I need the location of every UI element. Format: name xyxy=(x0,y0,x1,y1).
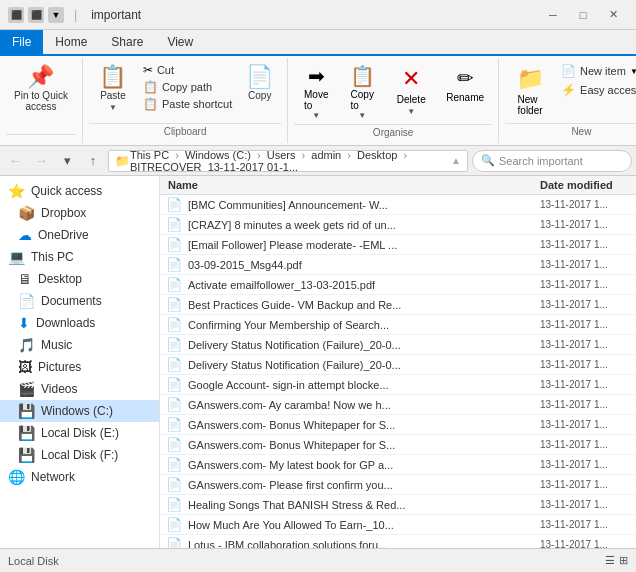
table-row[interactable]: 📄 Healing Songs That BANISH Stress & Red… xyxy=(160,495,636,515)
sidebar-item-this-pc[interactable]: 💻 This PC xyxy=(0,246,159,268)
table-row[interactable]: 📄 Google Account- sign-in attempt blocke… xyxy=(160,375,636,395)
paste-shortcut-icon: 📋 xyxy=(143,98,158,110)
quick-access-icon-3[interactable]: ▼ xyxy=(48,7,64,23)
quick-access-toolbar[interactable]: ⬛ ⬛ ▼ | xyxy=(8,7,83,23)
table-row[interactable]: 📄 [Email Follower] Please moderate- -EML… xyxy=(160,235,636,255)
search-icon: 🔍 xyxy=(481,154,495,167)
table-row[interactable]: 📄 Activate emailfollower_13-03-2015.pdf … xyxy=(160,275,636,295)
table-row[interactable]: 📄 Delivery Status Notification (Failure)… xyxy=(160,355,636,375)
table-row[interactable]: 📄 Best Practices Guide- VM Backup and Re… xyxy=(160,295,636,315)
tab-share[interactable]: Share xyxy=(99,30,155,54)
file-date: 13-11-2017 1... xyxy=(536,399,636,410)
pdf-icon: 📄 xyxy=(166,197,182,212)
column-name[interactable]: Name xyxy=(160,179,536,191)
new-folder-button[interactable]: 📁 Newfolder xyxy=(505,62,555,120)
sidebar-item-videos[interactable]: 🎬 Videos xyxy=(0,378,159,400)
table-row[interactable]: 📄 [CRAZY] 8 minutes a week gets rid of u… xyxy=(160,215,636,235)
table-row[interactable]: 📄 GAnswers.com- My latest book for GP a.… xyxy=(160,455,636,475)
up-button[interactable]: ↑ xyxy=(82,150,104,172)
file-date: 13-11-2017 1... xyxy=(536,259,636,270)
rename-button[interactable]: ✏ Rename xyxy=(438,62,492,107)
file-date: 13-11-2017 1... xyxy=(536,439,636,450)
sidebar-item-desktop[interactable]: 🖥 Desktop xyxy=(0,268,159,290)
copy-path-button[interactable]: 📋 Copy path xyxy=(139,79,236,95)
table-row[interactable]: 📄 Lotus - IBM collaboration solutions fo… xyxy=(160,535,636,548)
sidebar-item-onedrive[interactable]: ☁ OneDrive xyxy=(0,224,159,246)
close-button[interactable]: ✕ xyxy=(598,5,628,25)
sidebar-item-windows-c[interactable]: 💾 Windows (C:) xyxy=(0,400,159,422)
onedrive-icon: ☁ xyxy=(18,227,32,243)
cut-button[interactable]: ✂ Cut xyxy=(139,62,236,78)
ribbon-group-clipboard: 📋 Paste ▼ ✂ Cut 📋 Copy path 📋 Paste shor… xyxy=(83,58,288,143)
forward-button[interactable]: → xyxy=(30,150,52,172)
pin-icon: 📌 xyxy=(27,66,54,88)
view-controls[interactable]: ☰ ⊞ xyxy=(605,554,628,567)
sidebar-item-documents[interactable]: 📄 Documents xyxy=(0,290,159,312)
sidebar-item-dropbox[interactable]: 📦 Dropbox xyxy=(0,202,159,224)
sidebar-item-local-disk-f[interactable]: 💾 Local Disk (F:) xyxy=(0,444,159,466)
copy-button[interactable]: 📄 Copy xyxy=(238,62,281,105)
table-row[interactable]: 📄 [BMC Communities] Announcement- W... 1… xyxy=(160,195,636,215)
window-controls[interactable]: ─ □ ✕ xyxy=(538,5,628,25)
file-date: 13-11-2017 1... xyxy=(536,299,636,310)
address-bar[interactable]: 📁 This PC › Windows (C:) › Users › admin… xyxy=(108,150,468,172)
quick-access-icon: ⭐ xyxy=(8,183,25,199)
file-list-header: Name Date modified xyxy=(160,176,636,195)
table-row[interactable]: 📄 GAnswers.com- Bonus Whitepaper for S..… xyxy=(160,435,636,455)
sidebar-item-quick-access[interactable]: ⭐ Quick access xyxy=(0,180,159,202)
sidebar-item-local-disk-e[interactable]: 💾 Local Disk (E:) xyxy=(0,422,159,444)
pdf-icon: 📄 xyxy=(166,317,182,332)
pin-to-quick-access-button[interactable]: 📌 Pin to Quickaccess xyxy=(6,62,76,116)
ribbon: 📌 Pin to Quickaccess 📋 Paste ▼ ✂ Cut 📋 C… xyxy=(0,56,636,146)
table-row[interactable]: 📄 GAnswers.com- Please first confirm you… xyxy=(160,475,636,495)
tab-home[interactable]: Home xyxy=(43,30,99,54)
file-date: 13-11-2017 1... xyxy=(536,459,636,470)
recent-locations-button[interactable]: ▾ xyxy=(56,150,78,172)
paste-button[interactable]: 📋 Paste ▼ xyxy=(89,62,137,116)
pdf-icon: 📄 xyxy=(166,277,182,292)
column-date[interactable]: Date modified xyxy=(536,179,636,191)
table-row[interactable]: 📄 GAnswers.com- Ay caramba! Now we h... … xyxy=(160,395,636,415)
back-button[interactable]: ← xyxy=(4,150,26,172)
maximize-button[interactable]: □ xyxy=(568,5,598,25)
delete-button[interactable]: ✕ Delete ▼ xyxy=(386,62,436,120)
table-row[interactable]: 📄 How Much Are You Allowed To Earn-_10..… xyxy=(160,515,636,535)
pdf-icon: 📄 xyxy=(166,237,182,252)
new-item-button[interactable]: 📄 New item ▼ xyxy=(557,62,636,80)
file-date: 13-11-2017 1... xyxy=(536,319,636,330)
search-bar[interactable]: 🔍 Search important xyxy=(472,150,632,172)
pdf-icon: 📄 xyxy=(166,397,182,412)
title-bar: ⬛ ⬛ ▼ | important ─ □ ✕ xyxy=(0,0,636,30)
file-name: 03-09-2015_Msg44.pdf xyxy=(188,259,536,271)
minimize-button[interactable]: ─ xyxy=(538,5,568,25)
sidebar-item-network[interactable]: 🌐 Network xyxy=(0,466,159,488)
table-row[interactable]: 📄 Delivery Status Notification (Failure)… xyxy=(160,335,636,355)
tab-file[interactable]: File xyxy=(0,30,43,54)
list-view-button[interactable]: ☰ xyxy=(605,554,615,567)
new-item-icon: 📄 xyxy=(561,64,576,78)
table-row[interactable]: 📄 03-09-2015_Msg44.pdf 13-11-2017 1... xyxy=(160,255,636,275)
copy-to-button[interactable]: 📋 Copyto ▼ xyxy=(340,62,384,122)
quick-access-icon-1[interactable]: ⬛ xyxy=(8,7,24,23)
move-to-button[interactable]: ➡ Moveto ▼ xyxy=(294,62,338,122)
status-bar: Local Disk ☰ ⊞ xyxy=(0,548,636,572)
sidebar-item-pictures[interactable]: 🖼 Pictures xyxy=(0,356,159,378)
paste-shortcut-button[interactable]: 📋 Paste shortcut xyxy=(139,96,236,112)
local-disk-e-icon: 💾 xyxy=(18,425,35,441)
easy-access-button[interactable]: ⚡ Easy access ▼ xyxy=(557,81,636,99)
delete-icon: ✕ xyxy=(402,66,420,92)
quick-access-icon-2[interactable]: ⬛ xyxy=(28,7,44,23)
table-row[interactable]: 📄 Confirming Your Membership of Search..… xyxy=(160,315,636,335)
file-name: [BMC Communities] Announcement- W... xyxy=(188,199,536,211)
pdf-icon: 📄 xyxy=(166,377,182,392)
file-name: Delivery Status Notification (Failure)_2… xyxy=(188,339,536,351)
file-date: 13-11-2017 1... xyxy=(536,419,636,430)
new-small-buttons: 📄 New item ▼ ⚡ Easy access ▼ xyxy=(557,62,636,99)
pdf-icon: 📄 xyxy=(166,457,182,472)
sidebar-item-downloads[interactable]: ⬇ Downloads xyxy=(0,312,159,334)
table-row[interactable]: 📄 GAnswers.com- Bonus Whitepaper for S..… xyxy=(160,415,636,435)
grid-view-button[interactable]: ⊞ xyxy=(619,554,628,567)
tab-view[interactable]: View xyxy=(155,30,205,54)
file-date: 13-11-2017 1... xyxy=(536,199,636,210)
sidebar-item-music[interactable]: 🎵 Music xyxy=(0,334,159,356)
